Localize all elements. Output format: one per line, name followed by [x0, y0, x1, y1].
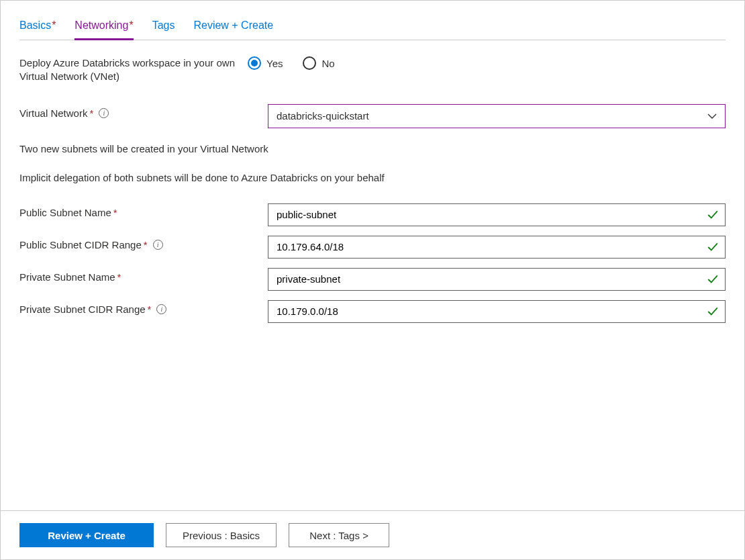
check-icon	[707, 241, 719, 253]
control-deploy-vnet: Yes No	[248, 55, 726, 70]
tab-review-create[interactable]: Review + Create	[193, 15, 273, 40]
control-public-subnet-name	[268, 203, 726, 226]
radio-yes-label: Yes	[266, 58, 283, 69]
radio-group-deploy-vnet: Yes No	[248, 55, 726, 70]
label-public-subnet-name: Public Subnet Name *	[19, 203, 268, 220]
info-icon[interactable]: i	[99, 108, 109, 118]
row-virtual-network: Virtual Network * i databricks-quickstar…	[19, 104, 726, 128]
footer-bar: Review + Create Previous : Basics Next :…	[1, 510, 744, 559]
required-asterisk: *	[89, 107, 93, 120]
control-private-subnet-name	[268, 268, 726, 291]
row-private-subnet-cidr: Private Subnet CIDR Range * i	[19, 300, 726, 323]
label-text: Private Subnet CIDR Range	[19, 303, 146, 316]
private-subnet-name-input[interactable]	[268, 268, 726, 291]
radio-no-label: No	[321, 58, 334, 69]
tab-label: Networking	[74, 19, 128, 31]
check-icon	[707, 306, 719, 318]
label-private-subnet-name: Private Subnet Name *	[19, 268, 268, 284]
row-public-subnet-name: Public Subnet Name *	[19, 203, 726, 226]
dropdown-value: databricks-quickstart	[277, 110, 369, 122]
note-subnets-created: Two new subnets will be created in your …	[19, 142, 726, 156]
label-text: Virtual Network	[19, 107, 87, 120]
note-delegation: Implicit delegation of both subnets will…	[19, 171, 726, 185]
required-asterisk: *	[144, 238, 148, 252]
radio-circle-icon	[303, 56, 316, 70]
label-text: Public Subnet CIDR Range	[19, 238, 142, 252]
label-virtual-network: Virtual Network * i	[19, 104, 268, 120]
label-text: Public Subnet Name	[19, 206, 111, 220]
label-public-subnet-cidr: Public Subnet CIDR Range * i	[19, 236, 268, 252]
content-area: Basics* Networking* Tags Review + Create…	[1, 1, 744, 510]
radio-no[interactable]: No	[303, 56, 334, 70]
tab-networking[interactable]: Networking*	[74, 15, 133, 40]
private-subnet-cidr-input[interactable]	[268, 300, 726, 323]
virtual-network-dropdown[interactable]: databricks-quickstart	[268, 104, 726, 128]
public-subnet-name-input[interactable]	[268, 203, 726, 226]
check-icon	[707, 209, 719, 221]
next-button[interactable]: Next : Tags >	[289, 523, 389, 547]
info-icon[interactable]: i	[156, 304, 166, 314]
control-private-subnet-cidr	[268, 300, 726, 323]
review-create-button[interactable]: Review + Create	[19, 523, 154, 547]
control-public-subnet-cidr	[268, 236, 726, 259]
row-deploy-vnet: Deploy Azure Databricks workspace in you…	[19, 55, 726, 84]
radio-yes[interactable]: Yes	[248, 56, 283, 70]
required-asterisk: *	[117, 271, 121, 284]
previous-button[interactable]: Previous : Basics	[166, 523, 277, 547]
tab-label: Review + Create	[193, 19, 273, 31]
label-deploy-vnet: Deploy Azure Databricks workspace in you…	[19, 55, 248, 84]
tab-basics[interactable]: Basics*	[19, 15, 56, 40]
tab-label: Tags	[152, 19, 175, 31]
radio-circle-icon	[248, 56, 261, 70]
info-icon[interactable]: i	[153, 240, 163, 250]
required-asterisk: *	[148, 303, 152, 316]
required-asterisk: *	[52, 19, 56, 31]
row-public-subnet-cidr: Public Subnet CIDR Range * i	[19, 236, 726, 259]
public-subnet-cidr-input[interactable]	[268, 236, 726, 259]
tab-tags[interactable]: Tags	[152, 15, 175, 40]
chevron-down-icon	[707, 111, 717, 121]
tab-bar: Basics* Networking* Tags Review + Create	[19, 15, 726, 40]
row-private-subnet-name: Private Subnet Name *	[19, 268, 726, 291]
tab-label: Basics	[19, 19, 51, 31]
control-virtual-network: databricks-quickstart	[268, 104, 726, 128]
label-private-subnet-cidr: Private Subnet CIDR Range * i	[19, 300, 268, 316]
page-container: Basics* Networking* Tags Review + Create…	[0, 0, 745, 560]
required-asterisk: *	[129, 19, 133, 31]
required-asterisk: *	[113, 206, 117, 220]
check-icon	[707, 273, 719, 285]
label-text: Private Subnet Name	[19, 271, 115, 284]
